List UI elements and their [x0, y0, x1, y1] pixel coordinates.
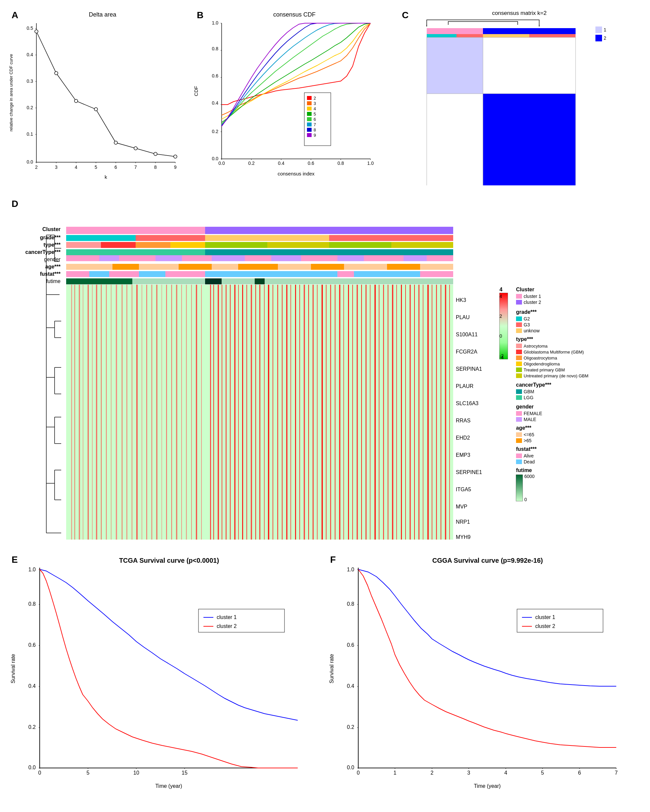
svg-text:8: 8 — [314, 127, 316, 133]
svg-rect-210 — [304, 285, 305, 540]
svg-rect-206 — [286, 285, 288, 540]
svg-text:5: 5 — [314, 111, 316, 116]
svg-rect-139 — [155, 255, 182, 261]
svg-rect-253 — [516, 322, 522, 327]
annotation-gender: gender — [44, 256, 61, 262]
svg-rect-133 — [329, 242, 391, 248]
svg-rect-269 — [516, 475, 523, 501]
legend-futime-max: 6000 — [524, 474, 534, 479]
svg-rect-228 — [383, 285, 384, 540]
svg-text:0.4: 0.4 — [278, 160, 285, 166]
svg-rect-204 — [277, 285, 278, 540]
svg-rect-230 — [392, 285, 393, 540]
svg-rect-241 — [441, 285, 441, 540]
svg-rect-163 — [83, 285, 83, 540]
svg-rect-229 — [388, 285, 388, 540]
gene-fcgr2a: FCGR2A — [456, 349, 477, 354]
legend-gender-female: FEMALE — [524, 411, 542, 416]
svg-rect-151 — [89, 271, 109, 277]
panel-a-label: A — [12, 10, 18, 20]
svg-rect-71 — [307, 112, 312, 116]
svg-text:9: 9 — [314, 133, 316, 138]
panel-b-title: consensus CDF — [273, 11, 315, 18]
svg-rect-231 — [396, 285, 397, 540]
panel-a-xlabel: k — [105, 174, 107, 180]
svg-rect-132 — [267, 242, 329, 248]
legend-fustat-title: fustat*** — [516, 446, 537, 452]
svg-rect-167 — [101, 285, 102, 540]
svg-rect-213 — [317, 285, 318, 540]
svg-text:0.1: 0.1 — [27, 131, 33, 137]
svg-rect-122 — [205, 227, 453, 234]
svg-rect-257 — [516, 356, 522, 360]
svg-rect-235 — [414, 285, 415, 540]
svg-rect-237 — [423, 285, 423, 540]
gene-serpina1: SERPINA1 — [456, 366, 482, 372]
svg-rect-172 — [126, 285, 127, 540]
svg-text:0.8: 0.8 — [212, 46, 219, 51]
legend-futime-min: 0 — [524, 497, 527, 502]
svg-rect-219 — [343, 285, 344, 540]
svg-text:1.0: 1.0 — [29, 567, 36, 572]
svg-rect-125 — [205, 235, 329, 241]
svg-text:-4: -4 — [499, 355, 504, 360]
svg-rect-260 — [516, 373, 522, 378]
svg-rect-232 — [401, 285, 402, 540]
svg-rect-194 — [234, 285, 236, 540]
svg-rect-127 — [66, 242, 101, 248]
svg-rect-266 — [516, 438, 522, 443]
svg-rect-128 — [101, 242, 135, 248]
panel-b-xlabel: consensus index — [277, 171, 315, 176]
svg-rect-141 — [271, 255, 301, 261]
svg-rect-220 — [348, 285, 349, 540]
gene-slc16a3: SLC16A3 — [456, 400, 479, 406]
svg-rect-221 — [352, 285, 353, 540]
legend-grade-title: grade*** — [516, 309, 537, 315]
svg-point-32 — [75, 99, 78, 102]
legend-colorscale-label: 4 — [499, 287, 502, 292]
svg-text:6: 6 — [314, 117, 316, 122]
panel-e-label: E — [12, 554, 18, 565]
svg-rect-73 — [307, 117, 312, 121]
gene-nrp1: NRP1 — [456, 519, 470, 525]
svg-text:4: 4 — [499, 294, 502, 299]
panel-b-svg: B consensus CDF 0.0 0.2 0.4 0.6 0.8 1.0 — [192, 7, 397, 185]
legend-cluster2: cluster 2 — [524, 299, 541, 305]
svg-rect-94 — [595, 26, 602, 33]
svg-rect-85 — [483, 34, 529, 37]
svg-text:9: 9 — [174, 165, 177, 170]
svg-rect-255 — [516, 343, 522, 348]
svg-rect-192 — [225, 285, 227, 540]
svg-point-30 — [35, 30, 38, 33]
svg-text:0.5: 0.5 — [27, 26, 33, 31]
legend-type-untreated: Untreated primary (de novo) GBM — [524, 373, 589, 379]
svg-text:8: 8 — [154, 165, 157, 170]
panel-f-legend-c1: cluster 1 — [535, 614, 556, 620]
panel-e-svg: E TCGA Survival curve (p<0.0001) 0.0 0.2… — [7, 549, 332, 798]
svg-rect-265 — [516, 432, 522, 437]
svg-rect-242 — [445, 285, 446, 540]
svg-rect-177 — [152, 285, 152, 540]
svg-rect-258 — [516, 362, 522, 366]
panel-e-xlabel: Time (year) — [155, 783, 182, 789]
panel-f-legend-c2: cluster 2 — [535, 623, 556, 629]
svg-text:0.2: 0.2 — [27, 105, 33, 110]
svg-text:5: 5 — [541, 770, 544, 775]
panel-c-label: C — [402, 10, 408, 20]
annotation-grade: grade*** — [40, 235, 61, 240]
svg-text:0.0: 0.0 — [212, 156, 219, 161]
svg-text:0: 0 — [38, 770, 41, 775]
main-page: A Delta area 0.0 0.1 0.2 0.3 0.4 — [0, 0, 650, 804]
svg-rect-121 — [66, 227, 205, 234]
svg-text:0.2: 0.2 — [347, 724, 354, 730]
svg-rect-134 — [391, 242, 453, 248]
svg-rect-234 — [409, 285, 411, 540]
svg-rect-169 — [111, 285, 111, 540]
svg-rect-196 — [242, 285, 243, 540]
svg-rect-168 — [106, 285, 107, 540]
svg-text:0.6: 0.6 — [212, 73, 219, 78]
panel-f-svg: F CGGA Survival curve (p=9.992e-16) 0.0 … — [325, 549, 650, 798]
svg-rect-182 — [176, 285, 177, 540]
panel-e: E TCGA Survival curve (p<0.0001) 0.0 0.2… — [7, 549, 325, 798]
svg-text:1.0: 1.0 — [367, 160, 374, 166]
